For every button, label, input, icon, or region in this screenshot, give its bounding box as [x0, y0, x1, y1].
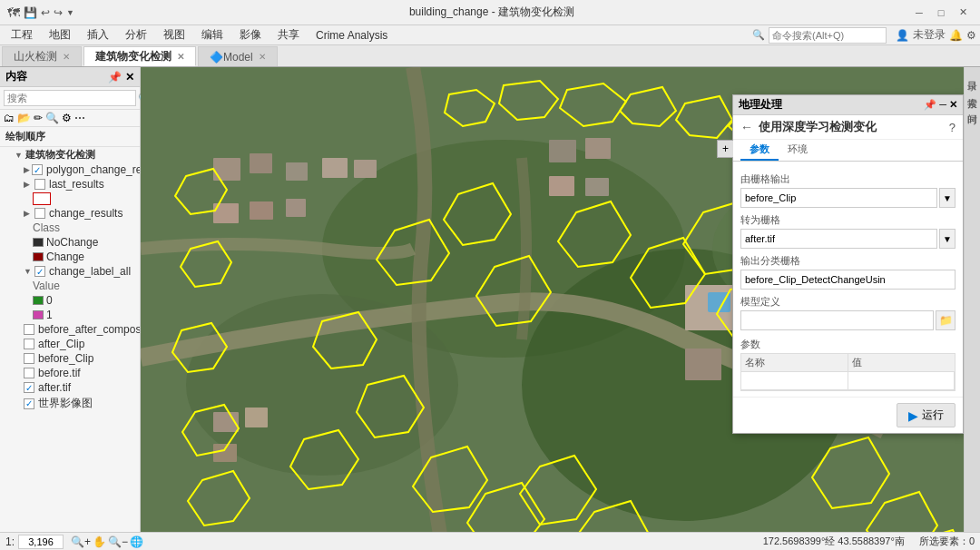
menu-view[interactable]: 视图	[156, 25, 192, 44]
model-def-input[interactable]	[740, 310, 934, 330]
geo-tab-params[interactable]: 参数	[740, 140, 779, 161]
tab-model-close[interactable]: ✕	[259, 52, 266, 62]
geo-tab-env[interactable]: 环境	[779, 140, 817, 161]
params-cell-name-1[interactable]	[741, 372, 848, 390]
close-button[interactable]: ✕	[953, 5, 973, 20]
menu-edit[interactable]: 编辑	[194, 25, 230, 44]
login-label[interactable]: 未登录	[913, 27, 946, 43]
group-layer-icon[interactable]: 📂	[17, 112, 31, 124]
menu-insert[interactable]: 插入	[80, 25, 116, 44]
tab-bar: 山火检测 ✕ 建筑物变化检测 ✕ 🔷 Model ✕	[0, 45, 980, 67]
layer-last-results[interactable]: ▶ last_results	[0, 177, 140, 192]
tab-building-close[interactable]: ✕	[177, 52, 184, 62]
cb-before-after[interactable]	[24, 324, 34, 335]
globe-icon[interactable]: 🌐	[130, 535, 143, 548]
layer-change-results[interactable]: ▶ change_results	[0, 206, 140, 221]
right-panel-search[interactable]: 搜索	[964, 87, 980, 93]
run-button[interactable]: ▶ 运行	[897, 403, 956, 427]
geo-panel-min-icon[interactable]: ─	[939, 99, 946, 111]
zoom-out-icon[interactable]: 🔍−	[108, 535, 128, 548]
menu-analysis[interactable]: 分析	[118, 25, 154, 44]
cb-after-tif[interactable]: ✓	[24, 382, 34, 393]
more-icon[interactable]: ⋯	[74, 112, 85, 124]
layer-change-label-all[interactable]: ▼ ✓ change_label_all	[0, 264, 140, 279]
cb-before-clip[interactable]	[24, 353, 34, 364]
pan-icon[interactable]: ✋	[93, 535, 106, 548]
layer-building-change-group[interactable]: ▼ 建筑物变化检测	[0, 147, 140, 162]
undo-icon[interactable]: ↩	[41, 6, 50, 19]
right-panel-time[interactable]: 时间	[964, 103, 980, 109]
tab-model[interactable]: 🔷 Model ✕	[198, 46, 278, 66]
tab-fire-close[interactable]: ✕	[63, 52, 70, 62]
settings-icon[interactable]: ⚙	[966, 29, 976, 42]
svg-rect-15	[354, 160, 377, 178]
tab-fire-detection[interactable]: 山火检测 ✕	[2, 46, 82, 66]
add-layer-icon[interactable]: 🗂	[4, 112, 15, 124]
sidebar-search-input[interactable]	[4, 90, 136, 106]
svg-rect-21	[549, 176, 574, 196]
minimize-button[interactable]: ─	[909, 5, 929, 20]
selection-count: 所选要素：0	[919, 535, 975, 548]
svg-rect-17	[245, 408, 268, 427]
geo-panel-pin-icon[interactable]: 📌	[924, 99, 936, 111]
layer-after-tif[interactable]: ✓ after.tif	[0, 380, 140, 395]
settings-layer-icon[interactable]: ⚙	[62, 112, 72, 124]
cb-after-clip[interactable]	[24, 339, 34, 349]
layer-before-clip[interactable]: before_Clip	[0, 351, 140, 366]
menu-project[interactable]: 工程	[4, 25, 40, 44]
sidebar-close-icon[interactable]: ✕	[125, 71, 134, 83]
menu-crime-analysis[interactable]: Crime Analysis	[309, 27, 395, 44]
val1-color	[33, 310, 44, 319]
maximize-button[interactable]: □	[931, 5, 951, 20]
scale-input[interactable]	[18, 535, 64, 549]
from-raster-input[interactable]	[740, 188, 937, 208]
coordinates: 172.5698399°经 43.5588397°南	[763, 535, 905, 548]
tab-building-change[interactable]: 建筑物变化检测 ✕	[83, 46, 196, 66]
from-raster-label: 由栅格输出	[740, 172, 956, 186]
to-raster-dropdown[interactable]: ▼	[939, 229, 956, 249]
dropdown-icon[interactable]: ▼	[66, 8, 74, 17]
tab-fire-label: 山火检测	[14, 49, 57, 64]
geo-panel-expand-btn[interactable]: +	[717, 140, 733, 158]
cb-label-all[interactable]: ✓	[34, 266, 45, 277]
geo-back-button[interactable]: ←	[740, 120, 753, 134]
scale-area: 1:	[5, 535, 64, 549]
geo-help-icon[interactable]: ?	[949, 121, 956, 134]
right-panel-catalog[interactable]: 目录	[964, 71, 980, 76]
menu-imagery[interactable]: 影像	[232, 25, 269, 44]
output-class-input[interactable]	[740, 270, 956, 290]
command-search-input[interactable]	[769, 27, 887, 44]
cb-change[interactable]	[34, 208, 45, 219]
svg-rect-20	[585, 138, 611, 159]
model-def-folder[interactable]: 📁	[936, 310, 956, 330]
save-icon[interactable]: 💾	[24, 6, 37, 19]
layer-before-after[interactable]: before_after_composite	[0, 322, 140, 337]
sidebar: 内容 📌 ✕ 🔍 🗂 📂 ✏ 🔍 ⚙ ⋯ 绘制顺序 ▼ 建筑物变化检测	[0, 67, 141, 532]
filter-icon[interactable]: 🔍	[45, 112, 59, 124]
map-area[interactable]: 地理处理 📌 ─ ✕ ← 使用深度学习检测变化 ? 参数 环境 由栅格输出	[141, 67, 964, 532]
to-raster-input[interactable]	[740, 229, 937, 249]
cb-polygon[interactable]: ✓	[32, 164, 43, 175]
menu-share[interactable]: 共享	[270, 25, 307, 44]
geo-panel-close-icon[interactable]: ✕	[949, 99, 957, 111]
from-raster-dropdown[interactable]: ▼	[939, 188, 956, 208]
sidebar-search-bar: 🔍	[0, 87, 140, 110]
cb-last[interactable]	[34, 179, 45, 190]
class-label-text: Class	[33, 221, 60, 234]
layer-world-imagery[interactable]: ✓ 世界影像图	[0, 395, 140, 412]
redo-icon[interactable]: ↪	[54, 6, 63, 19]
cb-before-tif[interactable]	[24, 368, 34, 378]
zoom-in-icon[interactable]: 🔍+	[71, 535, 91, 548]
layer-before-tif[interactable]: before.tif	[0, 366, 140, 380]
geo-panel: 地理处理 📌 ─ ✕ ← 使用深度学习检测变化 ? 参数 环境 由栅格输出	[732, 94, 964, 434]
layer-after-tif-label: after.tif	[38, 381, 71, 394]
svg-rect-22	[585, 178, 609, 196]
edit-icon[interactable]: ✏	[34, 112, 43, 124]
cb-world[interactable]: ✓	[24, 398, 34, 409]
params-cell-value-1[interactable]	[848, 372, 956, 390]
layer-after-clip[interactable]: after_Clip	[0, 337, 140, 351]
menu-map[interactable]: 地图	[42, 25, 78, 44]
sidebar-pin-icon[interactable]: 📌	[108, 71, 122, 83]
notification-icon[interactable]: 🔔	[949, 29, 963, 42]
layer-polygon-change[interactable]: ▶ ✓ polygon_change_results	[0, 162, 140, 177]
